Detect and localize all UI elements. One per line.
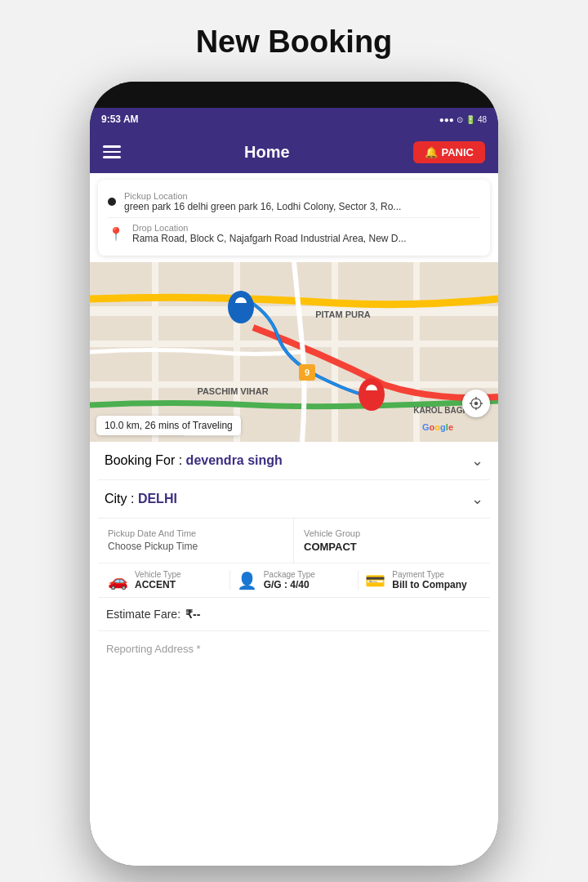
vehicle-type-cell[interactable]: 🚗 Vehicle Type ACCENT	[101, 570, 230, 590]
payment-type-info: Payment Type Bill to Company	[392, 570, 466, 590]
vehicle-type-info: Vehicle Type ACCENT	[135, 570, 181, 590]
gps-button[interactable]	[462, 390, 490, 417]
panic-label: PANIC	[442, 146, 474, 158]
menu-line-1	[103, 145, 121, 148]
nav-title: Home	[244, 143, 290, 162]
battery-icon: 🔋	[466, 115, 475, 124]
vehicle-group-value: COMPACT	[304, 541, 480, 553]
payment-type-value: Bill to Company	[392, 579, 466, 590]
hamburger-menu[interactable]	[103, 145, 121, 158]
car-icon: 🚗	[108, 571, 128, 590]
estimate-fare-value: ₹--	[185, 608, 200, 621]
svg-text:PASCHIM VIHAR: PASCHIM VIHAR	[197, 386, 268, 396]
vehicle-type-label: Vehicle Type	[135, 570, 181, 579]
svg-text:9: 9	[305, 368, 310, 377]
package-icon: 👤	[237, 571, 257, 590]
pickup-dot-icon	[108, 198, 116, 206]
estimate-fare-label: Estimate Fare:	[106, 608, 180, 621]
package-type-info: Package Type G/G : 4/40	[264, 570, 315, 590]
city-label: City :	[105, 492, 138, 506]
svg-text:KAROL BAGH: KAROL BAGH	[413, 406, 469, 415]
drop-pin-icon: 📍	[108, 226, 124, 242]
pickup-value: green park 16 delhi green park 16, Lodhi…	[124, 201, 401, 212]
google-logo: Google	[422, 422, 453, 432]
location-card: Pickup Location green park 16 delhi gree…	[98, 180, 490, 256]
panic-alert-icon: 🔔	[425, 146, 438, 158]
drop-location-row[interactable]: 📍 Drop Location Rama Road, Block C, Naja…	[108, 217, 480, 249]
svg-text:PITAM PURA: PITAM PURA	[315, 310, 371, 319]
vehicle-group-cell[interactable]: Vehicle Group COMPACT	[294, 519, 490, 563]
drop-value: Rama Road, Block C, Najafgarh Road Indus…	[132, 233, 406, 244]
booking-section: Booking For : devendra singh ⌄ City : DE…	[90, 442, 498, 666]
pickup-datetime-value: Choose Pickup Time	[108, 541, 283, 552]
map-area: 9 PITAM PURA PASCHIM VIHAR KAROL BAGH Go…	[90, 262, 498, 442]
page-title: New Booking	[0, 0, 588, 60]
package-type-cell[interactable]: 👤 Package Type G/G : 4/40	[230, 570, 359, 590]
map-distance-badge: 10.0 km, 26 mins of Traveling	[96, 416, 241, 435]
pickup-datetime-cell[interactable]: Pickup Date And Time Choose Pickup Time	[98, 519, 294, 563]
package-type-value: G/G : 4/40	[264, 579, 315, 590]
status-icons: ●●● ⊙ 🔋 48	[439, 115, 487, 124]
package-type-label: Package Type	[264, 570, 315, 579]
wifi-icon: ⊙	[457, 115, 463, 124]
info-grid-1: Pickup Date And Time Choose Pickup Time …	[98, 519, 490, 564]
distance-text: 10.0 km, 26 mins of Traveling	[105, 420, 233, 431]
booking-for-label: Booking For : devendra singh	[105, 453, 283, 468]
pickup-datetime-label: Pickup Date And Time	[108, 528, 283, 538]
reporting-address-row[interactable]: Reporting Address *	[98, 631, 490, 666]
phone-notch	[90, 82, 498, 108]
pickup-label: Pickup Location	[124, 191, 401, 201]
booking-for-chevron-icon: ⌄	[471, 452, 483, 470]
vehicle-group-label: Vehicle Group	[304, 528, 480, 538]
signal-icon: ●●●	[439, 115, 454, 124]
booking-for-value: devendra singh	[186, 453, 283, 467]
status-time: 9:53 AM	[101, 114, 139, 125]
vehicle-type-value: ACCENT	[135, 579, 181, 590]
estimate-fare-row: Estimate Fare: ₹--	[98, 598, 490, 631]
top-nav: Home 🔔 PANIC	[90, 131, 498, 173]
pickup-location-info: Pickup Location green park 16 delhi gree…	[124, 191, 401, 212]
gps-icon	[469, 396, 483, 411]
menu-line-2	[103, 151, 121, 154]
reporting-address-label: Reporting Address *	[106, 643, 201, 655]
svg-point-20	[474, 402, 479, 406]
city-text: City : DELHI	[105, 492, 177, 506]
booking-for-row[interactable]: Booking For : devendra singh ⌄	[98, 442, 490, 480]
payment-icon: 💳	[365, 571, 385, 590]
pickup-location-row[interactable]: Pickup Location green park 16 delhi gree…	[108, 186, 480, 217]
payment-type-cell[interactable]: 💳 Payment Type Bill to Company	[359, 570, 487, 590]
booking-for-text: Booking For :	[105, 453, 186, 467]
menu-line-3	[103, 156, 121, 158]
city-value: DELHI	[138, 492, 177, 506]
payment-type-label: Payment Type	[392, 570, 466, 579]
drop-location-info: Drop Location Rama Road, Block C, Najafg…	[132, 223, 406, 244]
panic-button[interactable]: 🔔 PANIC	[413, 141, 485, 163]
drop-label: Drop Location	[132, 223, 406, 233]
notch-bar	[245, 82, 343, 98]
map-svg: 9 PITAM PURA PASCHIM VIHAR KAROL BAGH	[90, 262, 498, 442]
phone-screen: Pickup Location green park 16 delhi gree…	[90, 173, 498, 866]
phone-frame: 9:53 AM ●●● ⊙ 🔋 48 Home 🔔 PANIC Pickup L…	[90, 82, 498, 866]
battery-value: 48	[478, 115, 487, 124]
vehicle-details-row: 🚗 Vehicle Type ACCENT 👤 Package Type G/G…	[98, 564, 490, 598]
status-bar: 9:53 AM ●●● ⊙ 🔋 48	[90, 108, 498, 131]
city-chevron-icon: ⌄	[471, 490, 483, 508]
city-row[interactable]: City : DELHI ⌄	[98, 480, 490, 519]
